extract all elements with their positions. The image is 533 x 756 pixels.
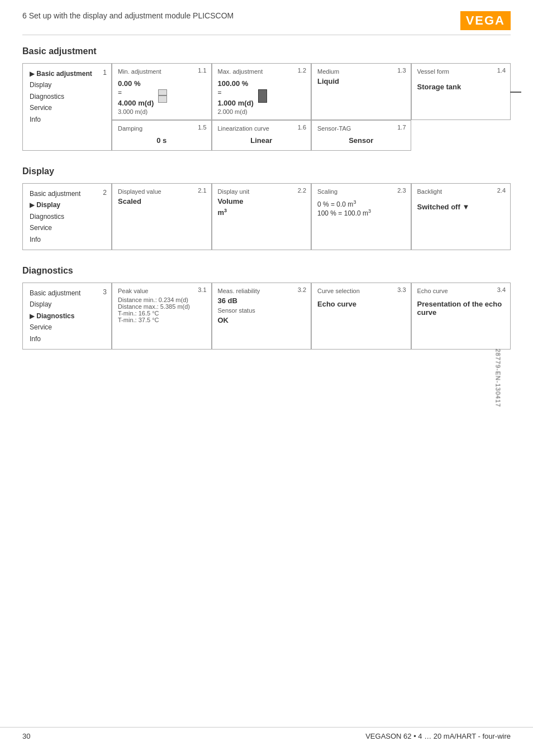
peak-tmin: T-min.: 16.5 °C (118, 310, 206, 317)
card-vessel-form: 1.4 Vessel form Storage tank (411, 63, 511, 120)
vessel-value: Storage tank (417, 83, 505, 91)
menu-item-service[interactable]: Service (30, 102, 104, 113)
diag-menu-service[interactable]: Service (30, 322, 104, 333)
card-damping: 1.5 Damping 0 s (112, 120, 212, 151)
basic-adjustment-menu: 1 ▶ Basic adjustment Display Diagnostics… (22, 63, 112, 151)
vessel-label: Vessel form (417, 68, 505, 75)
diagnostics-cards-row: 3.1 Peak value Distance min.: 0.234 m(d)… (112, 283, 511, 350)
scaling-value2: 100 % = 100.0 m3 (317, 208, 405, 217)
diagnostics-title: Diagnostics (22, 266, 511, 276)
card-scaling: 2.3 Scaling 0 % = 0.0 m3 100 % = 100.0 m… (311, 183, 411, 250)
max-adj-value: 100.00 % (218, 79, 254, 88)
menu-item-diagnostics[interactable]: Diagnostics (30, 91, 104, 102)
display-unit-sub: m3 (218, 208, 306, 217)
basic-row1: 1.1 Min. adjustment 0.00 % = 4.000 m(d) … (112, 63, 511, 120)
card-curve-selection: 3.3 Curve selection Echo curve (311, 283, 411, 350)
display-menu: 2 Basic adjustment ▶ Display Diagnostics… (22, 183, 112, 250)
scaling-value1: 0 % = 0.0 m3 (317, 199, 405, 208)
card-linearization: 1.6 Linearization curve Linear (212, 120, 312, 151)
min-adj-distance: 4.000 m(d) (118, 99, 154, 107)
min-adj-label: Min. adjustment (118, 68, 206, 75)
menu-item-info[interactable]: Info (30, 114, 104, 125)
menu-item-basic[interactable]: ▶ Basic adjustment (30, 68, 104, 79)
card-meas-reliability: 3.2 Meas. reliability 36 dB Sensor statu… (212, 283, 312, 350)
basic-row2: 1.5 Damping 0 s 1.6 Linearization curve … (112, 120, 511, 151)
displayed-val-label: Displayed value (118, 188, 206, 195)
menu-number: 1 (103, 67, 107, 78)
peak-val-label: Peak value (118, 288, 206, 294)
max-adj-label: Max. adjustment (218, 68, 306, 75)
curve-sel-label: Curve selection (317, 288, 405, 294)
diag-menu-display[interactable]: Display (30, 299, 104, 310)
scaling-label: Scaling (317, 188, 405, 195)
display-unit-label: Display unit (218, 188, 306, 195)
page-number: 30 (22, 732, 30, 740)
linearization-label: Linearization curve (218, 125, 306, 132)
display-cards-row: 2.1 Displayed value Scaled 2.2 Display u… (112, 183, 511, 250)
card-max-adjustment: 1.2 Max. adjustment 100.00 % = 1.000 m(d… (212, 63, 312, 120)
card-display-unit: 2.2 Display unit Volume m3 (212, 183, 312, 250)
document-id: 28779-EN-130417 (495, 349, 502, 408)
page-header: 6 Set up with the display and adjustment… (22, 11, 511, 35)
damping-label: Damping (118, 125, 206, 132)
sensor-tag-value: Sensor (317, 136, 405, 145)
max-adj-distance: 1.000 m(d) (218, 99, 254, 107)
backlight-label: Backlight (417, 188, 505, 195)
echo-curve-value: Presentation of the echo curve (417, 300, 502, 317)
basic-adjustment-title: Basic adjustment (22, 46, 511, 56)
diagnostics-section: Diagnostics 3 Basic adjustment Display ▶… (22, 266, 511, 350)
card-empty-1 (411, 120, 511, 151)
logo-text: VEGA (460, 11, 511, 30)
display-title: Display (22, 166, 511, 176)
card-min-adjustment: 1.1 Min. adjustment 0.00 % = 4.000 m(d) … (112, 63, 212, 120)
sensor-status-label: Sensor status (218, 307, 306, 314)
header-title: 6 Set up with the display and adjustment… (22, 11, 234, 20)
vega-logo: VEGA (460, 11, 511, 30)
disp-menu-display[interactable]: ▶ Display (30, 199, 104, 210)
meas-rel-label: Meas. reliability (218, 288, 306, 294)
basic-adjustment-section: Basic adjustment 1 ▶ Basic adjustment Di… (22, 46, 511, 151)
min-adj-sub: 3.000 m(d) (118, 108, 154, 115)
peak-dist-min: Distance min.: 0.234 m(d) (118, 296, 206, 303)
diag-menu-info[interactable]: Info (30, 333, 104, 344)
max-adj-sub: 2.000 m(d) (218, 108, 254, 115)
disp-menu-basic[interactable]: Basic adjustment (30, 188, 104, 199)
card-backlight: 2.4 Backlight Switched off ▼ (411, 183, 511, 250)
echo-curve-label: Echo curve (417, 288, 505, 294)
backlight-value: Switched off ▼ (417, 203, 470, 211)
damping-value: 0 s (118, 136, 206, 145)
linearization-value: Linear (218, 136, 306, 145)
disp-menu-diagnostics[interactable]: Diagnostics (30, 211, 104, 222)
displayed-val-value: Scaled (118, 197, 206, 205)
menu-item-display[interactable]: Display (30, 79, 104, 90)
product-name: VEGASON 62 • 4 … 20 mA/HART - four-wire (365, 732, 511, 740)
display-section: Display 2 Basic adjustment ▶ Display Dia… (22, 166, 511, 250)
peak-dist-max: Distance max.: 5.385 m(d) (118, 303, 206, 310)
sensor-status-value: OK (218, 316, 306, 324)
diag-menu-diagnostics[interactable]: ▶ Diagnostics (30, 310, 104, 322)
meas-rel-value: 36 dB (218, 296, 306, 305)
disp-menu-info[interactable]: Info (30, 234, 104, 245)
sensor-tag-label: Sensor-TAG (317, 125, 405, 132)
card-sensor-tag: 1.7 Sensor-TAG Sensor (311, 120, 411, 151)
card-displayed-value: 2.1 Displayed value Scaled (112, 183, 212, 250)
diagnostics-menu: 3 Basic adjustment Display ▶ Diagnostics… (22, 283, 112, 350)
display-unit-value: Volume (218, 197, 306, 205)
medium-label: Medium (317, 68, 405, 75)
card-peak-value: 3.1 Peak value Distance min.: 0.234 m(d)… (112, 283, 212, 350)
disp-menu-service[interactable]: Service (30, 222, 104, 233)
diag-menu-basic[interactable]: Basic adjustment (30, 288, 104, 299)
curve-sel-value: Echo curve (317, 300, 405, 308)
medium-value: Liquid (317, 77, 405, 85)
card-echo-curve: 3.4 Echo curve Presentation of the echo … (411, 283, 511, 350)
card-medium: 1.3 Medium Liquid (311, 63, 411, 120)
peak-tmax: T-min.: 37.5 °C (118, 317, 206, 323)
min-adj-value: 0.00 % (118, 79, 154, 88)
